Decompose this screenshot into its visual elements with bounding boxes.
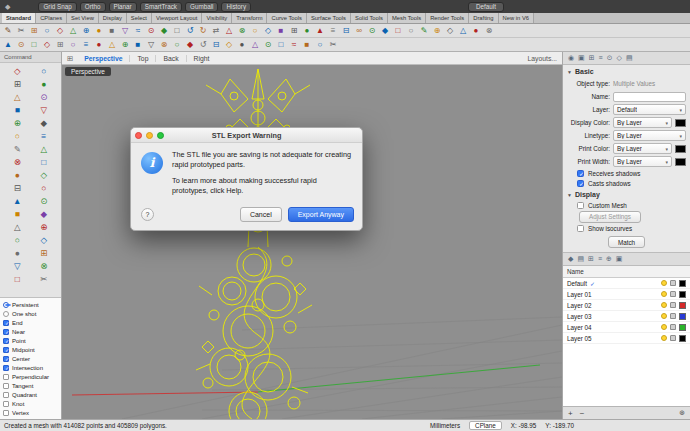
toolbar-icon[interactable]: ▲ xyxy=(314,25,326,37)
layer-lock-icon[interactable] xyxy=(670,313,676,319)
toolbar-tab-render-tools[interactable]: Render Tools xyxy=(426,13,469,23)
viewport-tab-back[interactable]: Back xyxy=(155,55,185,62)
toolbar-toggle-history[interactable]: History xyxy=(221,2,251,12)
osnap-checkbox-intersection[interactable] xyxy=(3,365,9,371)
toolbar-icon[interactable]: ≈ xyxy=(132,25,144,37)
layer-row[interactable]: Layer 03 xyxy=(563,311,690,322)
osnap-checkbox-center[interactable] xyxy=(3,356,9,362)
viewport-tab-right[interactable]: Right xyxy=(186,55,217,62)
properties-panel-icon[interactable]: ▤ xyxy=(626,52,633,64)
tool-icon[interactable]: ○ xyxy=(4,234,31,246)
toolbar-toggle-smarttrack[interactable]: SmartTrack xyxy=(140,2,182,12)
section-display[interactable]: Display xyxy=(563,188,690,200)
toolbar-icon[interactable]: ⊙ xyxy=(15,39,27,51)
toolbar-tab-surface-tools[interactable]: Surface Tools xyxy=(307,13,351,23)
tool-icon[interactable]: ≡ xyxy=(31,130,58,142)
toolbar-icon[interactable]: △ xyxy=(457,25,469,37)
tool-icon[interactable]: △ xyxy=(4,221,31,233)
export-anyway-button[interactable]: Export Anyway xyxy=(288,207,354,222)
toolbar-toggle-planar[interactable]: Planar xyxy=(109,2,137,12)
toolbar-icon[interactable]: ○ xyxy=(405,25,417,37)
layer-dropdown[interactable]: Default xyxy=(613,104,686,115)
toolbar-icon[interactable]: ↺ xyxy=(184,25,196,37)
toolbar-icon[interactable]: ○ xyxy=(67,39,79,51)
toolbar-icon[interactable]: ◇ xyxy=(223,39,235,51)
tool-icon[interactable]: □ xyxy=(31,156,58,168)
toolbar-icon[interactable]: ■ xyxy=(132,39,144,51)
viewport-grid-icon[interactable] xyxy=(67,54,73,63)
layer-color-swatch[interactable] xyxy=(679,302,686,309)
tool-icon[interactable]: △ xyxy=(31,143,58,155)
toolbar-icon[interactable]: ⊗ xyxy=(236,25,248,37)
layers-panel-icon[interactable]: ▤ xyxy=(577,253,584,265)
toolbar-icon[interactable]: ✂ xyxy=(327,39,339,51)
layer-color-swatch[interactable] xyxy=(679,324,686,331)
tool-icon[interactable]: ◇ xyxy=(31,169,58,181)
toolbar-icon[interactable]: ◇ xyxy=(262,25,274,37)
properties-panel-icon[interactable]: ⊞ xyxy=(589,52,595,64)
toolbar-tab-standard[interactable]: Standard xyxy=(2,13,36,23)
default-display-mode-button[interactable]: Default xyxy=(468,2,504,12)
toolbar-icon[interactable]: ■ xyxy=(301,39,313,51)
custom-mesh-checkbox[interactable] xyxy=(577,202,584,209)
toolbar-icon[interactable]: ⊗ xyxy=(483,25,495,37)
layer-visibility-bulb-icon[interactable] xyxy=(661,302,667,308)
layer-row[interactable]: Default✓ xyxy=(563,278,690,289)
layers-panel-icon[interactable]: ⊞ xyxy=(588,253,594,265)
osnap-radio-one-shot[interactable] xyxy=(3,311,9,317)
layer-row[interactable]: Layer 01 xyxy=(563,289,690,300)
layer-lock-icon[interactable] xyxy=(670,280,676,286)
toolbar-icon[interactable]: ■ xyxy=(275,25,287,37)
units-label[interactable]: Millimeters xyxy=(430,422,460,429)
properties-panel-icon[interactable]: ≡ xyxy=(599,52,603,64)
toolbar-icon[interactable]: ⊕ xyxy=(119,39,131,51)
print-color-swatch[interactable] xyxy=(675,145,686,153)
layer-color-swatch[interactable] xyxy=(679,280,686,287)
toolbar-icon[interactable]: ⇄ xyxy=(210,25,222,37)
toolbar-icon[interactable]: ✂ xyxy=(15,25,27,37)
viewport-title-badge[interactable]: Perspective xyxy=(65,67,111,76)
name-input[interactable] xyxy=(613,92,686,102)
tool-icon[interactable]: ✎ xyxy=(4,143,31,155)
properties-panel-icon[interactable]: ▣ xyxy=(578,52,585,64)
toolbar-icon[interactable]: ○ xyxy=(314,39,326,51)
toolbar-icon[interactable]: ✎ xyxy=(418,25,430,37)
layer-lock-icon[interactable] xyxy=(670,324,676,330)
osnap-checkbox-point[interactable] xyxy=(3,338,9,344)
toolbar-icon[interactable]: ◇ xyxy=(54,25,66,37)
osnap-radio-persistent[interactable] xyxy=(3,302,9,308)
cplane-button[interactable]: CPlane xyxy=(469,421,502,430)
toolbar-icon[interactable]: ● xyxy=(301,25,313,37)
osnap-checkbox-near[interactable] xyxy=(3,329,9,335)
tool-icon[interactable]: ⊟ xyxy=(4,182,31,194)
toolbar-icon[interactable]: ● xyxy=(93,39,105,51)
tool-icon[interactable]: ● xyxy=(4,247,31,259)
display-color-dropdown[interactable]: By Layer xyxy=(613,117,672,128)
toolbar-tab-drafting[interactable]: Drafting xyxy=(469,13,498,23)
toolbar-tab-new-in-v6[interactable]: New in V6 xyxy=(499,13,534,23)
toolbar-icon[interactable]: ≈ xyxy=(288,39,300,51)
tool-icon[interactable]: ⊕ xyxy=(4,117,31,129)
toolbar-icon[interactable]: ◆ xyxy=(158,25,170,37)
toolbar-tab-select[interactable]: Select xyxy=(127,13,152,23)
tool-icon[interactable]: ◆ xyxy=(31,208,58,220)
layer-lock-icon[interactable] xyxy=(670,302,676,308)
tool-icon[interactable]: ◆ xyxy=(31,117,58,129)
layers-panel-icon[interactable]: ⊕ xyxy=(606,253,612,265)
toolbar-icon[interactable]: ■ xyxy=(106,25,118,37)
layer-color-swatch[interactable] xyxy=(679,291,686,298)
receives-shadows-checkbox[interactable] xyxy=(577,170,584,177)
layer-row[interactable]: Layer 04 xyxy=(563,322,690,333)
toolbar-icon[interactable]: ◇ xyxy=(444,25,456,37)
osnap-checkbox-knot[interactable] xyxy=(3,401,9,407)
toolbar-icon[interactable]: ⊙ xyxy=(145,25,157,37)
minimize-button[interactable] xyxy=(146,132,153,139)
toolbar-tab-set-view[interactable]: Set View xyxy=(67,13,99,23)
toolbar-icon[interactable]: △ xyxy=(249,39,261,51)
toolbar-icon[interactable]: □ xyxy=(392,25,404,37)
layouts-button[interactable]: Layouts... xyxy=(528,55,557,62)
print-color-dropdown[interactable]: By Layer xyxy=(613,143,672,154)
toolbar-tab-display[interactable]: Display xyxy=(99,13,127,23)
viewport-tab-perspective[interactable]: Perspective xyxy=(77,55,129,62)
toolbar-icon[interactable]: △ xyxy=(106,39,118,51)
